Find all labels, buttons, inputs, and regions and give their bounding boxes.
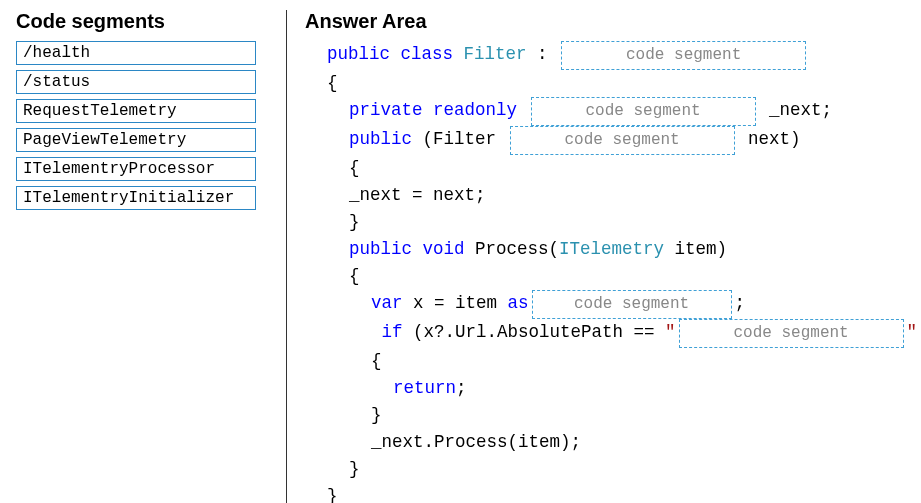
- code-line: {: [305, 155, 921, 182]
- drop-target[interactable]: code segment: [531, 97, 756, 126]
- code-line: }: [305, 483, 921, 503]
- answer-area-panel: Answer Area public class Filter : code s…: [305, 10, 921, 503]
- param-item: item): [664, 239, 727, 259]
- code-line: public void Process(ITelemetry item): [305, 236, 921, 263]
- segment-list: /health /status RequestTelemetry PageVie…: [16, 41, 272, 210]
- type-itelemetry: ITelemetry: [559, 239, 664, 259]
- drop-target[interactable]: code segment: [532, 290, 732, 319]
- semicolon: ;: [822, 100, 833, 120]
- code-line: private readonly code segment _next;: [305, 97, 921, 126]
- code-line: {: [305, 348, 921, 375]
- answer-area-heading: Answer Area: [305, 10, 921, 33]
- code-line: return;: [305, 375, 921, 402]
- keyword-if: if: [382, 322, 403, 342]
- code-line: public class Filter : code segment: [305, 41, 921, 70]
- keyword-var: var: [371, 293, 403, 313]
- segment-item[interactable]: /health: [16, 41, 256, 65]
- semicolon: ;: [456, 378, 467, 398]
- code-line: _next = next;: [305, 182, 921, 209]
- keyword-return: return: [393, 378, 456, 398]
- layout-columns: Code segments /health /status RequestTel…: [16, 10, 905, 503]
- code-segments-heading: Code segments: [16, 10, 272, 33]
- keyword-private: private: [349, 100, 423, 120]
- rparen: ): [790, 129, 801, 149]
- code-line: }: [305, 209, 921, 236]
- segment-item[interactable]: PageViewTelemetry: [16, 128, 256, 152]
- expr-x-eq-item: x = item: [403, 293, 508, 313]
- identifier-next: _next: [769, 100, 822, 120]
- code-line: {: [305, 263, 921, 290]
- lparen: (: [423, 129, 434, 149]
- code-line: if (x?.Url.AbsolutePath == "code segment…: [305, 319, 921, 348]
- condition-open: (x?.Url.AbsolutePath ==: [403, 322, 666, 342]
- keyword-as: as: [508, 293, 529, 313]
- type-filter: Filter: [464, 44, 527, 64]
- segment-item[interactable]: ITelementryProcessor: [16, 157, 256, 181]
- keyword-public: public: [327, 44, 390, 64]
- colon: :: [537, 44, 548, 64]
- drop-target[interactable]: code segment: [679, 319, 904, 348]
- keyword-public: public: [349, 129, 412, 149]
- method-process: Process(: [475, 239, 559, 259]
- code-line: }: [305, 456, 921, 483]
- keyword-void: void: [423, 239, 465, 259]
- identifier-next: next: [748, 129, 790, 149]
- code-line: {: [305, 70, 921, 97]
- code-segments-panel: Code segments /health /status RequestTel…: [16, 10, 272, 503]
- segment-item[interactable]: RequestTelemetry: [16, 99, 256, 123]
- segment-item[interactable]: /status: [16, 70, 256, 94]
- column-divider: [286, 10, 287, 503]
- code-block: public class Filter : code segment { pri…: [305, 41, 921, 503]
- string-quote: ": [907, 322, 918, 342]
- close-paren: ): [917, 322, 921, 342]
- keyword-public: public: [349, 239, 412, 259]
- string-quote: ": [665, 322, 676, 342]
- keyword-readonly: readonly: [433, 100, 517, 120]
- code-line: public (Filter code segment next): [305, 126, 921, 155]
- code-line: }: [305, 402, 921, 429]
- semicolon: ;: [735, 293, 746, 313]
- code-line: var x = item ascode segment;: [305, 290, 921, 319]
- code-line: _next.Process(item);: [305, 429, 921, 456]
- drop-target[interactable]: code segment: [510, 126, 735, 155]
- identifier-filter: Filter: [433, 129, 496, 149]
- keyword-class: class: [401, 44, 454, 64]
- segment-item[interactable]: ITelementryInitializer: [16, 186, 256, 210]
- drop-target[interactable]: code segment: [561, 41, 806, 70]
